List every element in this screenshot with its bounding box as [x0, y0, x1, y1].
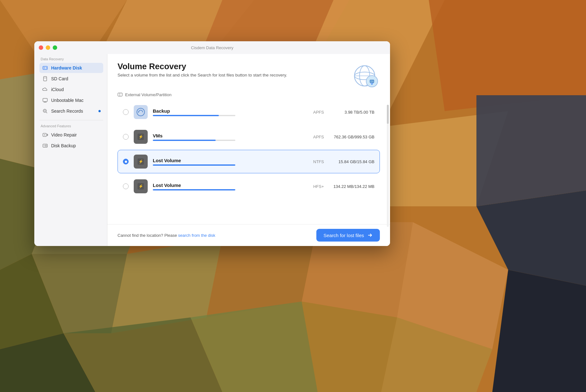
hardware-disk-icon [42, 65, 48, 71]
sidebar-section-data-recovery: Data Recovery [41, 57, 103, 61]
svg-point-59 [137, 108, 145, 116]
volume-list: Backup APFS 3.98 TB/5.00 TB ⚡ [118, 100, 380, 224]
arrow-right-icon [367, 232, 373, 238]
svg-point-45 [44, 145, 44, 146]
scrollbar-track [387, 105, 389, 227]
sidebar-item-label-search-records: Search Records [51, 109, 101, 114]
usb-icon-vms: ⚡ [134, 130, 148, 144]
sidebar-item-label-sd-card: SD Card [51, 76, 101, 81]
svg-marker-5 [429, 0, 586, 111]
maximize-button[interactable] [53, 45, 57, 50]
main-content: Volume Recovery Select a volume from the… [107, 41, 390, 246]
sidebar-item-label-unbootable-mac: Unbootable Mac [51, 98, 101, 103]
page-title: Volume Recovery [118, 62, 287, 71]
volume-bar-lost-2 [153, 189, 235, 190]
volume-fs-lost-1: NTFS [309, 159, 328, 164]
close-button[interactable] [39, 45, 43, 50]
minimize-button[interactable] [46, 45, 50, 50]
window-controls [39, 45, 57, 50]
volume-details-backup: Backup [153, 108, 304, 116]
section-header: External Volume/Partition [118, 92, 380, 97]
sidebar-item-label-icloud: iCloud [51, 87, 101, 92]
sidebar-item-disk-backup[interactable]: Disk Backup [39, 141, 103, 151]
volume-name-lost-2: Lost Volume [153, 183, 304, 188]
volume-details-lost-2: Lost Volume [153, 183, 304, 190]
backup-icon [134, 105, 148, 119]
sidebar-item-label-video-repair: Video Repair [51, 132, 101, 137]
svg-marker-21 [492, 270, 586, 392]
volume-bar-fill-lost-1 [153, 164, 235, 166]
radio-lost-1[interactable] [123, 159, 129, 164]
usb-icon-lost-1: ⚡ [134, 155, 148, 169]
volume-bar-backup [153, 115, 235, 116]
app-window: Cisdem Data Recovery Data Recovery Hardw… [34, 41, 390, 246]
volume-item-lost-1[interactable]: ⚡ Lost Volume NTFS 15.84 GB/15.84 GB [118, 150, 380, 173]
volume-bar-lost-1 [153, 164, 235, 166]
radio-backup[interactable] [123, 109, 129, 115]
disk-backup-icon [42, 143, 48, 149]
search-lost-files-button[interactable]: Search for lost files [316, 229, 380, 242]
cannot-find-text: Cannot find the location? Please [118, 233, 178, 238]
sidebar-item-hardware-disk[interactable]: Hardware Disk [39, 63, 103, 73]
svg-point-40 [44, 110, 46, 112]
volume-bar-fill-lost-2 [153, 189, 235, 190]
sidebar-item-label-disk-backup: Disk Backup [51, 143, 101, 148]
sidebar-item-search-records[interactable]: Search Records [39, 106, 103, 116]
svg-marker-43 [44, 134, 45, 136]
hero-illustration [351, 62, 380, 90]
svg-rect-28 [44, 67, 45, 69]
sidebar-item-unbootable-mac[interactable]: Unbootable Mac [39, 95, 103, 105]
volume-details-lost-1: Lost Volume [153, 158, 304, 166]
volume-fs-backup: APFS [309, 110, 328, 115]
volume-name-vms: VMs [153, 133, 304, 138]
footer-text: Cannot find the location? Please search … [118, 233, 215, 238]
volume-details-vms: VMs [153, 133, 304, 141]
volume-item-lost-2[interactable]: ⚡ Lost Volume HFS+ 134.22 MB/134.22 MB [118, 175, 380, 198]
svg-rect-56 [370, 80, 372, 82]
volume-size-vms: 762.36 GB/999.53 GB [333, 135, 374, 139]
svg-marker-11 [476, 95, 586, 206]
section-label: External Volume/Partition [125, 92, 172, 97]
video-repair-icon [42, 132, 48, 138]
sidebar-item-icloud[interactable]: iCloud [39, 84, 103, 95]
header-text: Volume Recovery Select a volume from the… [118, 62, 287, 83]
svg-marker-25 [302, 302, 397, 392]
volume-size-lost-1: 15.84 GB/15.84 GB [333, 159, 374, 164]
radio-lost-2[interactable] [123, 183, 129, 189]
volume-fs-lost-2: HFS+ [309, 184, 328, 189]
radio-vms[interactable] [123, 134, 129, 140]
volume-size-backup: 3.98 TB/5.00 TB [333, 110, 374, 115]
unbootable-icon [42, 97, 48, 103]
svg-text:⚡: ⚡ [138, 134, 143, 139]
volume-name-lost-1: Lost Volume [153, 158, 304, 163]
svg-text:⚡: ⚡ [138, 184, 143, 189]
svg-rect-35 [43, 98, 47, 102]
sd-card-icon [42, 76, 48, 82]
search-records-icon [42, 108, 48, 114]
volume-item-backup[interactable]: Backup APFS 3.98 TB/5.00 TB [118, 100, 380, 124]
sidebar-item-label-hardware-disk: Hardware Disk [51, 65, 101, 70]
search-from-disk-link[interactable]: search from the disk [178, 233, 215, 238]
sidebar-divider [39, 120, 103, 120]
svg-rect-30 [44, 76, 47, 81]
page-subtitle: Select a volume from the list and click … [118, 73, 287, 77]
volume-bar-fill-backup [153, 115, 219, 116]
svg-rect-57 [118, 93, 122, 96]
scrollbar-thumb[interactable] [387, 105, 389, 124]
sidebar-item-video-repair[interactable]: Video Repair [39, 130, 103, 140]
usb-icon-lost-2: ⚡ [134, 179, 148, 193]
sidebar: Data Recovery Hardware Disk [34, 41, 107, 246]
header-row: Volume Recovery Select a volume from the… [118, 62, 380, 90]
volume-bar-vms [153, 140, 235, 141]
volume-bar-fill-vms [153, 140, 216, 141]
svg-line-39 [46, 112, 47, 113]
search-records-badge [98, 110, 101, 112]
icloud-icon [42, 86, 48, 93]
main-footer: Cannot find the location? Please search … [107, 224, 390, 246]
volume-fs-vms: APFS [309, 135, 328, 139]
partition-icon [118, 92, 123, 97]
window-title: Cisdem Data Recovery [191, 45, 233, 50]
volume-item-vms[interactable]: ⚡ VMs APFS 762.36 GB/999.53 GB [118, 125, 380, 149]
volume-size-lost-2: 134.22 MB/134.22 MB [333, 184, 374, 189]
sidebar-item-sd-card[interactable]: SD Card [39, 74, 103, 84]
